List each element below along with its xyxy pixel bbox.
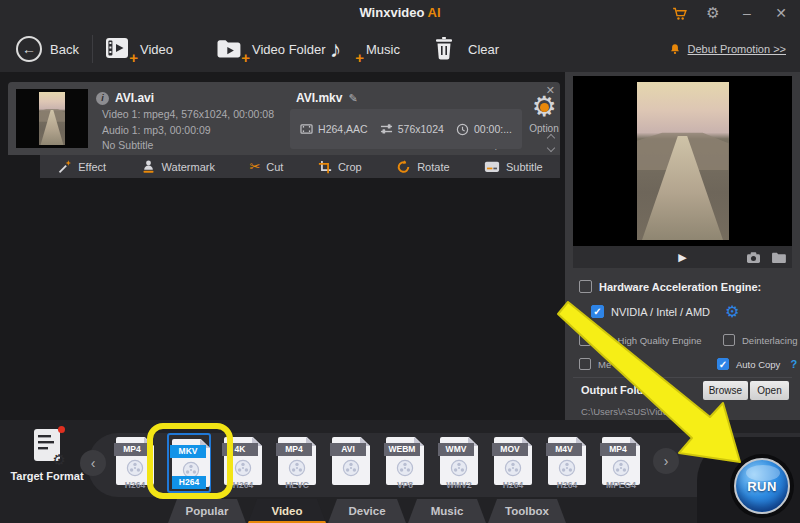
clock-icon <box>456 123 469 136</box>
rotate-button[interactable]: Rotate <box>396 160 449 174</box>
format-item-wmv-wmv2[interactable]: WMV WMV2 <box>437 433 481 493</box>
film-reel-icon <box>611 458 631 478</box>
remove-file-icon[interactable]: ✕ <box>546 84 555 97</box>
tab-toolbox[interactable]: Toolbox <box>488 499 566 523</box>
format-item-webm-vp8[interactable]: WEBM VP8 <box>383 433 427 493</box>
winxvideo-window: Winxvideo AI ⚙ – ✕ ← Back + Video <box>0 0 800 523</box>
tab-music[interactable]: Music <box>408 499 486 523</box>
codec-value: H264,AAC <box>318 123 368 135</box>
video-thumbnail <box>16 89 88 148</box>
bell-icon <box>668 42 682 57</box>
hardware-accel-checkbox[interactable] <box>579 280 592 293</box>
rotate-icon <box>396 160 411 174</box>
help-icon[interactable]: ? <box>790 358 797 370</box>
format-item-m4v-h264[interactable]: M4V H264 <box>545 433 589 493</box>
crop-button[interactable]: Crop <box>318 160 362 174</box>
merge-checkbox[interactable] <box>579 358 591 370</box>
open-folder-icon[interactable] <box>771 251 786 263</box>
tab-device[interactable]: Device <box>328 499 406 523</box>
file-card[interactable]: i AVI.avi Video 1: mpeg4, 576x1024, 00:0… <box>8 82 560 155</box>
highlight-box-mkv <box>147 423 233 499</box>
effect-button[interactable]: Effect <box>57 159 106 174</box>
codec-label: WMV2 <box>440 480 478 490</box>
debut-promotion-link[interactable]: Debut Promotion >> <box>668 26 786 72</box>
high-quality-row: Use High Quality Engine <box>579 334 702 346</box>
music-note-icon: ♪ + <box>330 36 358 62</box>
tab-video[interactable]: Video <box>248 499 326 523</box>
container-banner: WEBM <box>384 443 420 456</box>
format-item-mp4-hevc[interactable]: MP4 HEVC <box>275 433 319 493</box>
output-folder-path: C:\Users\ASUS\Vide...deo AI <box>581 406 703 417</box>
output-summary-box: H264,AAC 576x1024 00:00:... <box>290 109 522 149</box>
settings-gear-icon[interactable]: ⚙ <box>704 4 722 22</box>
open-button[interactable]: Open <box>750 381 789 400</box>
codec-label: MPEG4 <box>602 480 640 490</box>
resolution-pill: 576x1024 <box>380 123 444 135</box>
promotion-label: Debut Promotion >> <box>688 43 786 55</box>
scissors-icon: ✂ <box>249 159 260 174</box>
container-banner: M4V <box>546 443 582 456</box>
clear-button[interactable]: Clear <box>432 26 499 72</box>
option-button[interactable]: ⚙ Option <box>525 92 563 134</box>
subtitle-button[interactable]: Subtitle <box>484 160 543 174</box>
toolbar-separator <box>92 35 93 63</box>
video-label: Video <box>140 42 173 57</box>
film-reel-icon <box>287 458 307 478</box>
gpu-checkbox[interactable]: ✓ <box>591 305 604 318</box>
trash-icon <box>432 36 460 62</box>
crop-icon <box>318 160 332 174</box>
watermark-button[interactable]: Watermark <box>141 159 215 174</box>
run-label: RUN <box>747 479 777 494</box>
watermark-label: Watermark <box>162 161 215 173</box>
subtitle-icon <box>484 160 500 174</box>
cart-icon[interactable] <box>670 4 688 22</box>
resolution-icon <box>380 123 393 135</box>
watermark-stamp-icon <box>141 159 156 174</box>
title-bar: Winxvideo AI ⚙ – ✕ <box>0 0 800 26</box>
plus-icon: + <box>355 49 364 66</box>
gpu-row: ✓ NVIDIA / Intel / AMD ⚙ <box>591 302 739 321</box>
hardware-accel-row: Hardware Acceleration Engine: <box>579 280 761 293</box>
format-item-mov-h264[interactable]: MOV H264 <box>491 433 535 493</box>
format-item-avi[interactable]: AVI <box>329 433 373 493</box>
video-folder-label: Video Folder <box>252 42 325 57</box>
high-quality-checkbox[interactable] <box>579 334 591 346</box>
format-item-mp4-mpeg4[interactable]: MP4 MPEG4 <box>599 433 643 493</box>
settings-divider <box>573 377 792 378</box>
codec-pill: H264,AAC <box>300 123 368 135</box>
browse-button[interactable]: Browse <box>703 381 748 400</box>
auto-copy-label: Auto Copy <box>736 359 780 370</box>
add-video-button[interactable]: + Video <box>104 26 173 72</box>
edit-toolbar: Effect Watermark ✂ Cut Crop Rotate Subti… <box>40 155 560 178</box>
chevron-up-icon[interactable] <box>547 134 555 142</box>
film-reel-icon <box>341 458 361 478</box>
info-icon[interactable]: i <box>96 92 109 105</box>
back-label: Back <box>50 42 79 57</box>
close-icon[interactable]: ✕ <box>772 4 790 22</box>
tab-popular[interactable]: Popular <box>168 499 246 523</box>
film-reel-icon <box>503 458 523 478</box>
format-bar: ⚙ Target Format ‹ › MP4 H264 MKV <box>0 420 800 523</box>
play-button[interactable]: ▶ <box>678 251 686 264</box>
rename-pencil-icon[interactable]: ✎ <box>348 92 357 105</box>
add-music-button[interactable]: ♪ + Music <box>330 26 400 72</box>
crop-label: Crop <box>338 161 362 173</box>
add-video-folder-button[interactable]: + Video Folder <box>216 26 325 72</box>
minimize-icon[interactable]: – <box>738 4 756 22</box>
gpu-settings-gear-icon[interactable]: ⚙ <box>725 302 739 321</box>
back-button[interactable]: ← Back <box>16 26 79 72</box>
merge-label: Me <box>598 359 611 370</box>
deinterlacing-checkbox[interactable] <box>723 334 735 346</box>
snapshot-camera-icon[interactable] <box>746 251 761 264</box>
app-title-accent: AI <box>428 5 441 20</box>
rotate-label: Rotate <box>417 161 449 173</box>
cut-button[interactable]: ✂ Cut <box>249 159 283 174</box>
cut-label: Cut <box>266 161 283 173</box>
container-banner: MP4 <box>600 443 636 456</box>
auto-copy-checkbox[interactable]: ✓ <box>717 358 729 370</box>
container-banner: MP4 <box>114 443 150 456</box>
category-tabs: Popular Video Device Music Toolbox <box>0 499 800 523</box>
film-reel-icon <box>125 458 145 478</box>
run-button[interactable]: RUN <box>734 458 790 514</box>
chevron-down-icon[interactable] <box>547 144 555 152</box>
